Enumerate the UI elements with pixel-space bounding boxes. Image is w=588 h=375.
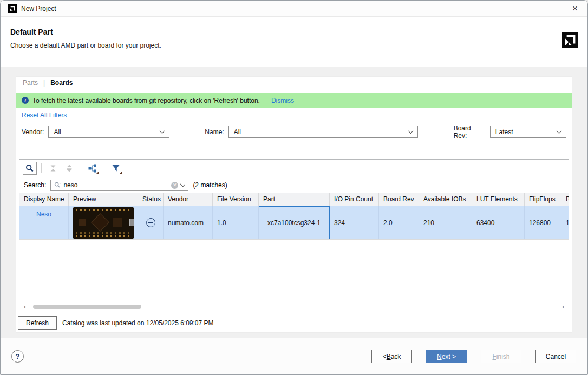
col-header-lut-elements[interactable]: LUT Elements xyxy=(472,193,525,206)
name-select[interactable]: All xyxy=(228,126,418,138)
finish-button: Finish xyxy=(481,350,521,363)
wizard-header: Default Part Choose a default AMD part o… xyxy=(1,17,587,67)
col-header-file-version[interactable]: File Version xyxy=(213,193,259,206)
title-bar: New Project × xyxy=(1,1,587,17)
scroll-left-icon[interactable]: ‹ xyxy=(22,304,28,310)
back-button[interactable]: < Back xyxy=(371,350,412,363)
catalog-status-text: Catalog was last updated on 12/05/2025 6… xyxy=(62,319,214,327)
refresh-button[interactable]: Refresh xyxy=(18,316,57,330)
toolbar-separator xyxy=(104,163,104,173)
tab-parts[interactable]: Parts xyxy=(23,79,38,87)
window-title: New Project xyxy=(21,5,56,12)
chevron-down-icon xyxy=(160,128,165,134)
name-label: Name: xyxy=(205,128,224,136)
scrollbar-thumb[interactable] xyxy=(33,305,141,309)
search-field[interactable]: ✕ xyxy=(50,180,188,191)
page-subtitle: Choose a default AMD part or board for y… xyxy=(10,42,578,49)
clear-search-icon[interactable]: ✕ xyxy=(171,182,178,189)
dropdown-corner-icon xyxy=(119,171,122,174)
table-toolbar xyxy=(19,160,569,177)
catalog-row: Refresh Catalog was last updated on 12/0… xyxy=(18,316,572,330)
cell-preview[interactable] xyxy=(69,206,138,239)
vendor-value: All xyxy=(54,128,61,136)
cell-flipflops[interactable]: 126800 xyxy=(525,206,561,239)
search-row: Search: ✕ (2 matches) xyxy=(19,177,569,193)
dismiss-link[interactable]: Dismiss xyxy=(271,97,294,104)
table-empty-area xyxy=(19,240,569,304)
close-icon[interactable]: × xyxy=(569,3,581,15)
table-row[interactable]: Neso xyxy=(19,206,569,240)
vendor-label: Vendor: xyxy=(22,128,44,136)
new-project-dialog: New Project × Default Part Choose a defa… xyxy=(0,0,588,375)
col-header-block-rams[interactable]: Bl xyxy=(561,193,569,206)
search-label: Search: xyxy=(24,181,46,189)
chevron-down-icon xyxy=(557,128,562,134)
tab-bar: Parts | Boards xyxy=(16,77,572,89)
match-count: (2 matches) xyxy=(193,181,227,189)
col-header-io-pin-count[interactable]: I/O Pin Count xyxy=(330,193,379,206)
page-title: Default Part xyxy=(10,28,578,36)
cancel-button[interactable]: Cancel xyxy=(535,350,576,363)
filter-row: Vendor: All Name: All Board Rev: Latest xyxy=(16,126,572,138)
board-rev-value: Latest xyxy=(495,128,513,136)
reset-all-filters-link[interactable]: Reset All Filters xyxy=(22,111,67,119)
name-value: All xyxy=(234,128,241,136)
horizontal-scrollbar[interactable]: ‹ › xyxy=(22,304,566,310)
filter-button[interactable] xyxy=(109,162,123,175)
col-header-vendor[interactable]: Vendor xyxy=(164,193,213,206)
scroll-right-icon[interactable]: › xyxy=(560,304,566,310)
scrollbar-track[interactable] xyxy=(28,304,560,310)
search-input[interactable] xyxy=(63,181,168,189)
banner-message: To fetch the latest available boards fro… xyxy=(32,97,260,104)
wizard-buttons: < Back Next > Finish Cancel xyxy=(371,350,576,363)
amd-logo xyxy=(562,32,578,48)
cell-lut-elements[interactable]: 63400 xyxy=(472,206,525,239)
expand-all-button xyxy=(62,162,76,175)
cell-display-name[interactable]: Neso xyxy=(19,206,69,239)
info-icon: i xyxy=(22,97,29,104)
help-button[interactable]: ? xyxy=(11,350,24,363)
cell-file-version[interactable]: 1.0 xyxy=(213,206,259,239)
dialog-body: Parts | Boards i To fetch the latest ava… xyxy=(1,67,587,338)
col-header-flipflops[interactable]: FlipFlops xyxy=(525,193,561,206)
chevron-down-icon xyxy=(408,128,413,134)
tab-divider: | xyxy=(43,79,45,87)
dropdown-corner-icon xyxy=(96,171,99,174)
col-header-board-rev[interactable]: Board Rev xyxy=(379,193,419,206)
chevron-down-icon[interactable] xyxy=(180,182,185,187)
next-button[interactable]: Next > xyxy=(426,350,467,363)
cell-board-rev[interactable]: 2.0 xyxy=(379,206,419,239)
boards-table-panel: Search: ✕ (2 matches) xyxy=(19,159,569,313)
board-preview-image xyxy=(73,207,134,239)
minus-circle-icon xyxy=(146,218,155,227)
col-header-display-name[interactable]: Display Name xyxy=(19,193,69,206)
content-panel: Parts | Boards i To fetch the latest ava… xyxy=(16,76,572,333)
info-banner: i To fetch the latest available boards f… xyxy=(16,93,572,108)
col-header-part[interactable]: Part xyxy=(259,193,330,206)
board-rev-label: Board Rev: xyxy=(454,124,486,140)
toolbar-separator xyxy=(41,163,42,173)
col-header-preview[interactable]: Preview xyxy=(69,193,138,206)
search-icon xyxy=(25,164,34,173)
search-toggle-button[interactable] xyxy=(23,162,37,175)
cell-available-iobs[interactable]: 210 xyxy=(419,206,472,239)
table-header-row: Display Name Preview Status Vendor File … xyxy=(19,193,569,206)
collapse-all-button xyxy=(46,162,60,175)
cell-status[interactable] xyxy=(138,206,164,239)
cell-part-selected[interactable]: xc7a100tcsg324-1 xyxy=(259,206,330,239)
col-header-status[interactable]: Status xyxy=(138,193,164,206)
collapse-all-icon xyxy=(49,164,57,173)
col-header-available-iobs[interactable]: Available IOBs xyxy=(419,193,472,206)
board-rev-select[interactable]: Latest xyxy=(490,126,566,138)
group-by-button[interactable] xyxy=(86,162,100,175)
expand-all-icon xyxy=(65,164,74,173)
toolbar-separator xyxy=(81,163,81,173)
tab-boards[interactable]: Boards xyxy=(50,79,73,87)
cell-vendor[interactable]: numato.com xyxy=(164,206,213,239)
amd-app-icon xyxy=(8,4,17,13)
dialog-footer: ? < Back Next > Finish Cancel xyxy=(1,338,587,374)
vendor-select[interactable]: All xyxy=(48,126,169,138)
cell-block-rams[interactable]: 13 xyxy=(561,206,569,239)
cell-io-pin-count[interactable]: 324 xyxy=(330,206,379,239)
search-icon xyxy=(54,182,61,188)
